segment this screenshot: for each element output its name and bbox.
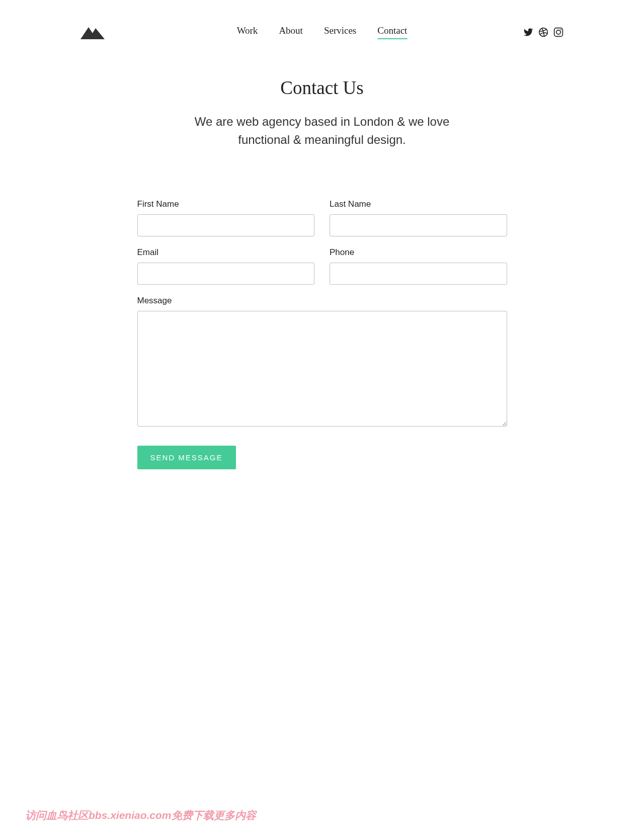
hero-section: Contact Us We are web agency based in Lo… — [80, 77, 564, 149]
email-label: Email — [137, 247, 315, 258]
last-name-label: Last Name — [330, 199, 507, 209]
email-field[interactable] — [137, 263, 315, 285]
mountain-icon — [80, 25, 105, 39]
first-name-field[interactable] — [137, 214, 315, 236]
twitter-icon — [523, 27, 533, 37]
header: Work About Services Contact — [80, 25, 564, 39]
svg-point-3 — [556, 30, 560, 34]
instagram-link[interactable] — [553, 27, 564, 37]
svg-point-4 — [560, 29, 561, 30]
nav-work[interactable]: Work — [237, 25, 258, 39]
phone-field[interactable] — [330, 263, 507, 285]
message-label: Message — [137, 296, 507, 306]
logo[interactable] — [80, 25, 105, 39]
main-nav: Work About Services Contact — [237, 25, 408, 39]
svg-rect-2 — [554, 28, 563, 37]
page-subtitle: We are web agency based in London & we l… — [181, 113, 463, 149]
nav-services[interactable]: Services — [324, 25, 356, 39]
message-field[interactable] — [137, 311, 507, 427]
first-name-label: First Name — [137, 199, 315, 209]
last-name-field[interactable] — [330, 214, 507, 236]
social-links — [523, 27, 564, 37]
dribbble-icon — [538, 27, 548, 37]
svg-marker-0 — [80, 27, 105, 39]
nav-contact[interactable]: Contact — [377, 25, 407, 39]
contact-form: First Name Last Name Email Phone Message — [137, 199, 507, 469]
nav-about[interactable]: About — [279, 25, 303, 39]
instagram-icon — [553, 27, 564, 37]
dribbble-link[interactable] — [538, 27, 548, 37]
page-title: Contact Us — [80, 77, 564, 99]
phone-label: Phone — [330, 247, 507, 258]
twitter-link[interactable] — [523, 27, 533, 37]
send-message-button[interactable]: SEND MESSAGE — [137, 446, 236, 469]
